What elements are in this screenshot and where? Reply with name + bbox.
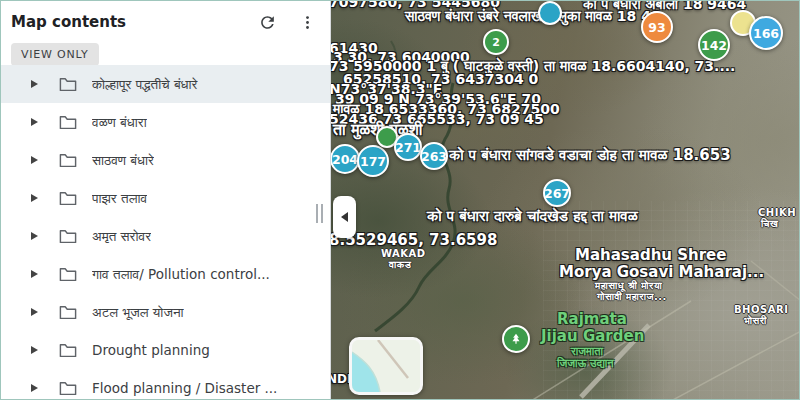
layer-item-9[interactable]: Flood planning / Disaster ... <box>1 369 330 400</box>
expand-arrow-icon[interactable] <box>31 270 38 278</box>
cluster-marker[interactable] <box>538 1 562 25</box>
layer-label: कोल्हापूर पद्धतीचे बंधारे <box>92 76 198 93</box>
map-label: गोसावी महाराज... <box>597 291 667 303</box>
layer-label: वळण बंधारा <box>92 114 147 131</box>
map-canvas[interactable]: 7097580, 73 5445680को प बंधारा अंबाला 18… <box>331 1 800 400</box>
folder-icon <box>58 114 78 130</box>
expand-arrow-icon[interactable] <box>31 308 38 316</box>
map-label: को प बंधारा सांगवडे वडाचा डोह ता मावळ 18… <box>449 146 731 164</box>
expand-arrow-icon[interactable] <box>31 156 38 164</box>
cluster-marker[interactable]: 263 <box>420 142 448 170</box>
panel-title: Map contents <box>11 13 240 31</box>
layers-list: कोल्हापूर पद्धतीचे बंधारेवळण बंधारासाठवण… <box>1 65 330 400</box>
map-label: Rajmata <box>557 310 627 328</box>
map-label: चिख <box>761 218 778 230</box>
chevron-left-icon <box>341 212 348 222</box>
cluster-marker[interactable]: 177 <box>357 145 389 177</box>
cluster-marker[interactable]: 271 <box>394 133 422 161</box>
cluster-marker[interactable]: 166 <box>749 16 783 50</box>
minimap-inset[interactable] <box>349 337 423 395</box>
map-label: CHIKH <box>758 207 796 218</box>
panel-drag-handle[interactable] <box>316 204 323 223</box>
minimap-graphic <box>352 340 420 392</box>
map-label: Mahasadhu Shree <box>575 246 726 264</box>
refresh-icon <box>258 13 277 32</box>
layer-label: साठवण बंधारे <box>92 152 154 169</box>
folder-icon <box>58 380 78 396</box>
folder-icon <box>58 76 78 92</box>
expand-arrow-icon[interactable] <box>31 118 38 126</box>
park-marker[interactable] <box>502 325 530 353</box>
layer-label: Flood planning / Disaster ... <box>92 380 277 396</box>
map-label: Jijau Garden <box>541 327 644 345</box>
layer-item-5[interactable]: अमृत सरोवर <box>1 217 330 255</box>
map-label: भोसरी <box>744 315 767 327</box>
layer-item-4[interactable]: पाझर तलाव <box>1 179 330 217</box>
layer-item-6[interactable]: गाव तलाव/ Pollution control... <box>1 255 330 293</box>
layer-item-2[interactable]: वळण बंधारा <box>1 103 330 141</box>
folder-icon <box>58 228 78 244</box>
folder-icon <box>58 190 78 206</box>
layer-label: Drought planning <box>92 342 210 358</box>
refresh-button[interactable] <box>254 9 280 35</box>
map-label: WAKAD <box>381 248 426 259</box>
map-label: 8.5529465, 73.6598 <box>331 231 497 249</box>
layer-label: पाझर तलाव <box>92 190 147 207</box>
map-label: वाकड <box>389 259 411 271</box>
expand-arrow-icon[interactable] <box>31 384 38 392</box>
folder-icon <box>58 152 78 168</box>
layer-item-1[interactable]: कोल्हापूर पद्धतीचे बंधारे <box>1 65 330 103</box>
map-label: BHOSARI <box>734 304 788 315</box>
layer-item-3[interactable]: साठवण बंधारे <box>1 141 330 179</box>
cluster-marker[interactable]: 204 <box>331 144 360 174</box>
view-only-badge: VIEW ONLY <box>11 43 99 66</box>
layer-label: अटल भूजल योजना <box>92 304 184 321</box>
panel-header: Map contents <box>1 1 330 37</box>
expand-arrow-icon[interactable] <box>31 80 38 88</box>
layer-item-8[interactable]: Drought planning <box>1 331 330 369</box>
overflow-menu-button[interactable] <box>294 9 320 35</box>
tree-icon <box>509 332 523 346</box>
map-label: को प बंधारा दारुब्रे चांदखेड हद्द ता माव… <box>427 207 638 225</box>
map-label: Morya Gosavi Maharaj... <box>559 263 764 281</box>
cluster-marker[interactable]: 267 <box>543 179 571 207</box>
folder-icon <box>58 342 78 358</box>
expand-arrow-icon[interactable] <box>31 346 38 354</box>
map-contents-panel: Map contents VIEW ONLY कोल्हापूर पद्धतीच… <box>1 1 331 400</box>
cluster-marker[interactable]: 93 <box>641 11 673 43</box>
map-label: जिजाऊ उद्यान <box>557 357 614 370</box>
folder-icon <box>58 266 78 282</box>
expand-arrow-icon[interactable] <box>31 194 38 202</box>
map-label: साठवण बंधारा उंबरे नवलाख तालुका मावळ 18 … <box>405 8 661 25</box>
my-maps-app: 7097580, 73 5445680को प बंधारा अंबाला 18… <box>0 0 800 400</box>
kebab-menu-icon <box>299 14 316 31</box>
layer-label: गाव तलाव/ Pollution control... <box>92 266 270 283</box>
layer-label: अमृत सरोवर <box>92 228 151 245</box>
layer-item-7[interactable]: अटल भूजल योजना <box>1 293 330 331</box>
folder-icon <box>58 304 78 320</box>
cluster-marker[interactable]: 2 <box>483 29 509 55</box>
cluster-marker[interactable]: 142 <box>698 29 730 61</box>
expand-arrow-icon[interactable] <box>31 232 38 240</box>
sidebar-collapse-button[interactable] <box>333 196 356 238</box>
